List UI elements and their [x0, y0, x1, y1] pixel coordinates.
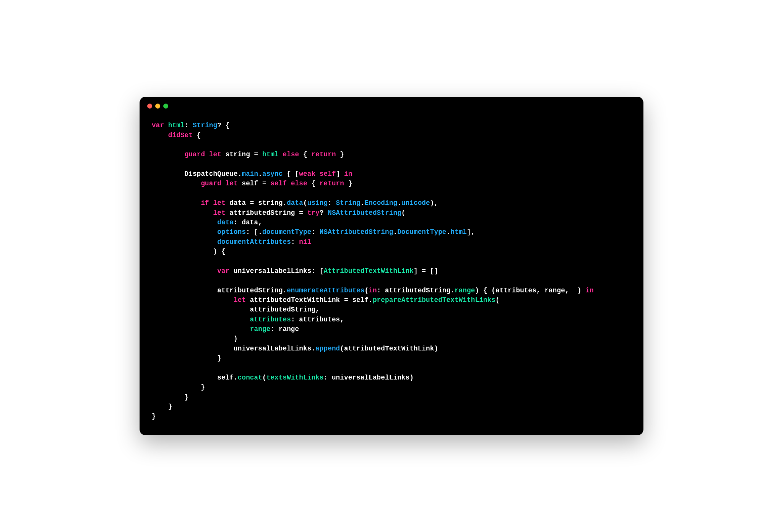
code-token: } — [152, 393, 188, 401]
code-token: : attributedString. — [377, 287, 455, 294]
code-token: var — [152, 122, 164, 129]
code-token: var — [217, 267, 229, 275]
code-token: } — [152, 354, 221, 362]
window-titlebar — [140, 97, 643, 112]
code-token: . — [361, 199, 365, 207]
code-token — [209, 199, 213, 207]
code-token: options — [217, 228, 246, 236]
code-token: . — [447, 228, 451, 236]
code-token — [152, 151, 185, 158]
code-token: in — [369, 287, 377, 294]
code-token: concat — [238, 374, 262, 381]
code-token: return — [320, 180, 344, 187]
code-token: html — [262, 151, 279, 158]
code-token: if — [201, 199, 209, 207]
code-token: : — [291, 238, 299, 246]
code-token: universalLabelLinks. — [152, 345, 315, 352]
code-token: self — [320, 170, 336, 178]
code-token: attributedString = — [226, 209, 307, 217]
code-token — [152, 199, 201, 207]
code-token: unicode — [401, 199, 430, 207]
code-token: return — [311, 151, 336, 158]
code-token — [152, 180, 201, 187]
code-token: documentType — [262, 228, 311, 236]
code-token: ), — [430, 199, 438, 207]
code-token: ? — [320, 209, 328, 217]
code-token — [279, 151, 283, 158]
minimize-icon[interactable] — [155, 104, 160, 109]
code-token: try — [307, 209, 320, 217]
code-token: ) { (attributes, range, _) — [475, 287, 585, 294]
code-token: ? { — [217, 122, 229, 129]
code-token — [221, 180, 226, 187]
code-token: . — [397, 199, 401, 207]
code-token: : data, — [234, 219, 262, 226]
code-token: let — [209, 151, 221, 158]
code-token: self — [270, 180, 287, 187]
code-token: self. — [152, 374, 238, 381]
code-token — [205, 151, 209, 158]
code-token: { — [307, 180, 320, 187]
code-token: : attributes, — [291, 316, 344, 323]
code-token: String — [193, 122, 217, 129]
code-token: else — [291, 180, 307, 187]
code-token: let — [213, 199, 226, 207]
code-token: : — [328, 199, 336, 207]
code-token: else — [283, 151, 299, 158]
code-token: range — [250, 325, 271, 333]
code-token: let — [226, 180, 238, 187]
code-token — [315, 170, 320, 178]
code-token: : — [185, 122, 193, 129]
code-token: attributedString, — [152, 306, 320, 313]
code-token: ) { — [152, 248, 226, 255]
code-token: nil — [299, 238, 311, 246]
code-token: attributedString. — [152, 287, 287, 294]
code-token: let — [213, 209, 226, 217]
close-icon[interactable] — [147, 104, 152, 109]
code-token: main — [242, 170, 258, 178]
code-token: AttributedTextWithLink — [323, 267, 413, 275]
code-token: append — [315, 345, 340, 352]
code-token: in — [585, 287, 593, 294]
code-token — [152, 267, 217, 275]
code-token: { [ — [283, 170, 299, 178]
code-token: enumerateAttributes — [287, 287, 364, 294]
code-token: textsWithLinks — [266, 374, 324, 381]
code-token: weak — [299, 170, 315, 178]
code-token — [287, 180, 291, 187]
code-content: var html: String? { didSet { guard let s… — [140, 112, 643, 435]
code-token: Encoding — [365, 199, 398, 207]
code-token: guard — [185, 151, 205, 158]
code-token: : universalLabelLinks) — [324, 374, 414, 381]
code-token: async — [262, 170, 283, 178]
code-token: (attributedTextWithLink) — [340, 345, 438, 352]
code-token: NSAttributedString — [328, 209, 401, 217]
code-token — [152, 228, 217, 236]
code-token: using — [307, 199, 328, 207]
code-token: ], — [467, 228, 475, 236]
maximize-icon[interactable] — [163, 104, 168, 109]
code-token — [152, 219, 217, 226]
code-token: data — [217, 219, 234, 226]
code-token: NSAttributedString — [320, 228, 393, 236]
code-token: data — [287, 199, 303, 207]
code-token: universalLabelLinks: [ — [229, 267, 323, 275]
code-token: let — [234, 296, 246, 304]
code-token: DocumentType — [397, 228, 446, 236]
code-token: attributes — [250, 316, 291, 323]
code-token: } — [152, 383, 205, 391]
code-token — [152, 325, 250, 333]
code-token: String — [336, 199, 361, 207]
code-token — [152, 316, 250, 323]
code-token: html — [450, 228, 467, 236]
code-token: { — [193, 131, 201, 139]
code-token — [152, 209, 213, 217]
code-token: range — [455, 287, 475, 294]
code-token: ) — [152, 335, 238, 342]
code-token: . — [258, 170, 262, 178]
code-token: : — [311, 228, 319, 236]
code-token: in — [344, 170, 352, 178]
code-token — [152, 296, 234, 304]
code-token: ] — [336, 170, 344, 178]
code-token — [152, 238, 217, 246]
